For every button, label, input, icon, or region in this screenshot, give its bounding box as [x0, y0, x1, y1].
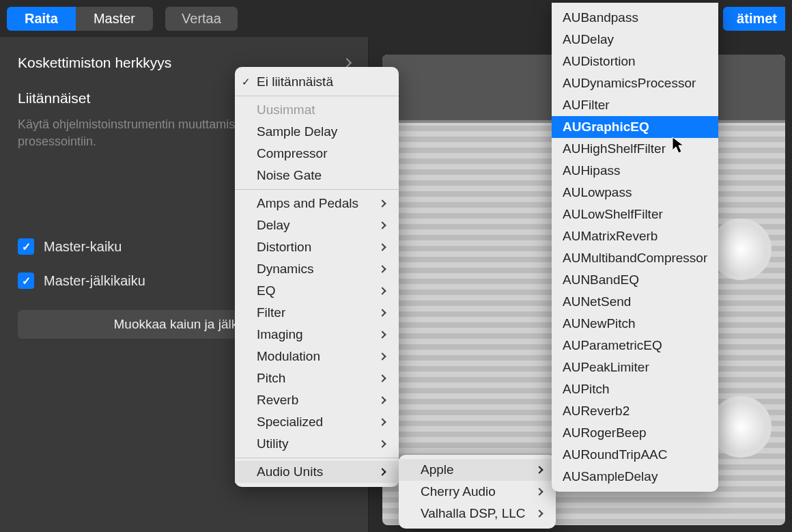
tab-raita[interactable]: Raita [7, 7, 76, 31]
menu-item-category[interactable]: Modulation [235, 346, 399, 367]
menu-item-label: AUMultibandCompressor [563, 251, 707, 266]
chevron-right-icon [378, 243, 386, 251]
menu-item-recent[interactable]: Noise Gate [235, 165, 399, 186]
menu-item-label: Specialized [257, 415, 323, 430]
menu-item-au-plugin[interactable]: AUMultibandCompressor [552, 247, 718, 269]
menu-item-label: Filter [257, 305, 285, 320]
menu-item-label: Delay [257, 218, 290, 233]
menu-item-audio-units[interactable]: Audio Units [235, 461, 399, 483]
menu-item-label: Apple [421, 462, 454, 477]
chevron-right-icon [535, 509, 543, 517]
controls-button[interactable]: ätimet [723, 7, 785, 31]
menu-item-label: Pitch [257, 371, 285, 386]
menu-item-au-plugin[interactable]: AUPeakLimiter [552, 356, 718, 378]
menu-item-label: Modulation [257, 349, 320, 364]
menu-item-label: Reverb [257, 393, 298, 408]
menu-item-label: AUGraphicEQ [563, 120, 649, 135]
menu-item-label: Distortion [257, 240, 311, 255]
chevron-right-icon [535, 466, 543, 473]
menu-item-label: AUParametricEQ [563, 338, 662, 353]
menu-item-category[interactable]: Specialized [235, 411, 399, 433]
master-echo-checkbox[interactable]: ✓ [18, 238, 34, 255]
menu-item-au-plugin[interactable]: AUMatrixReverb [552, 225, 718, 247]
menu-item-label: EQ [257, 283, 275, 298]
apple-au-menu: AUBandpassAUDelayAUDistortionAUDynamicsP… [552, 3, 718, 492]
menu-item-category[interactable]: Imaging [235, 324, 399, 346]
menu-item-no-plugin[interactable]: ✓ Ei liitännäistä [235, 71, 399, 93]
menu-item-category[interactable]: Reverb [235, 389, 399, 411]
compare-button[interactable]: Vertaa [165, 7, 238, 31]
menu-item-label: Audio Units [257, 464, 323, 479]
menu-item-au-plugin[interactable]: AUHipass [552, 160, 718, 182]
menu-item-au-plugin[interactable]: AUNetSend [552, 291, 718, 313]
menu-item-label: AUHighShelfFilter [563, 141, 666, 156]
chevron-right-icon [378, 265, 386, 272]
menu-item-au-plugin[interactable]: AUNewPitch [552, 313, 718, 335]
menu-item-label: Valhalla DSP, LLC [421, 506, 526, 521]
menu-item-au-plugin[interactable]: AUParametricEQ [552, 335, 718, 356]
menu-item-label: Amps and Pedals [257, 196, 358, 211]
track-master-segmented: Raita Master [7, 7, 153, 31]
menu-item-manufacturer[interactable]: Valhalla DSP, LLC [399, 503, 556, 524]
menu-item-label: AUDistortion [563, 54, 636, 69]
menu-item-label: AUSampleDelay [563, 469, 657, 484]
menu-item-manufacturer[interactable]: Apple [399, 459, 556, 481]
menu-item-label: AULowpass [563, 185, 632, 200]
chevron-right-icon [378, 309, 386, 316]
menu-item-au-plugin[interactable]: AURoundTripAAC [552, 444, 718, 466]
chevron-right-icon [378, 396, 386, 404]
menu-item-au-plugin[interactable]: AUDistortion [552, 51, 718, 72]
menu-item-category[interactable]: Utility [235, 433, 399, 455]
chevron-right-icon [378, 418, 386, 425]
menu-item-au-plugin[interactable]: AUNBandEQ [552, 269, 718, 291]
master-reverb-label: Master-jälkikaiku [44, 273, 145, 289]
master-echo-label: Master-kaiku [44, 239, 122, 255]
chevron-right-icon [535, 488, 543, 495]
menu-item-au-plugin[interactable]: AUGraphicEQ [552, 116, 718, 138]
menu-item-label: Compressor [257, 146, 327, 161]
tab-master[interactable]: Master [76, 7, 153, 31]
chevron-right-icon [378, 221, 386, 229]
menu-item-manufacturer[interactable]: Cherry Audio [399, 481, 556, 503]
menu-item-recent[interactable]: Sample Delay [235, 121, 399, 143]
menu-item-category[interactable]: Distortion [235, 236, 399, 258]
master-reverb-checkbox[interactable]: ✓ [18, 272, 34, 289]
knob-icon [710, 219, 772, 280]
menu-item-au-plugin[interactable]: AUReverb2 [552, 400, 718, 422]
menu-item-label: AURoundTripAAC [563, 447, 667, 462]
menu-item-label: Uusimmat [257, 102, 315, 117]
chevron-right-icon [378, 199, 386, 207]
menu-item-au-plugin[interactable]: AUDelay [552, 29, 718, 51]
menu-item-au-plugin[interactable]: AUFilter [552, 94, 718, 116]
menu-item-label: Imaging [257, 327, 303, 342]
menu-item-label: AUNBandEQ [563, 272, 639, 288]
menu-item-au-plugin[interactable]: AUHighShelfFilter [552, 138, 718, 160]
menu-item-au-plugin[interactable]: AUPitch [552, 378, 718, 400]
menu-item-label: Noise Gate [257, 168, 322, 183]
menu-item-label: AUReverb2 [563, 404, 630, 419]
chevron-right-icon [378, 287, 386, 294]
menu-item-label: AUMatrixReverb [563, 229, 657, 244]
menu-item-label: AUFilter [563, 98, 610, 113]
keyboard-sensitivity-label: Koskettimiston herkkyys [18, 55, 171, 71]
menu-item-label: Dynamics [257, 262, 313, 277]
menu-item-label: AUBandpass [563, 10, 638, 25]
menu-item-category[interactable]: Pitch [235, 367, 399, 389]
menu-item-label: Cherry Audio [421, 484, 496, 499]
menu-item-au-plugin[interactable]: AURogerBeep [552, 422, 718, 444]
menu-item-au-plugin[interactable]: AUBandpass [552, 7, 718, 29]
menu-item-label: AUNewPitch [563, 316, 636, 331]
menu-item-category[interactable]: Dynamics [235, 258, 399, 280]
knob-icon [710, 396, 772, 458]
menu-item-label: AURogerBeep [563, 425, 647, 440]
menu-item-category[interactable]: Filter [235, 302, 399, 324]
au-manufacturer-menu: AppleCherry AudioValhalla DSP, LLC [399, 455, 556, 529]
menu-item-au-plugin[interactable]: AUDynamicsProcessor [552, 72, 718, 94]
menu-item-recent[interactable]: Compressor [235, 143, 399, 165]
menu-item-au-plugin[interactable]: AULowpass [552, 182, 718, 204]
menu-item-category[interactable]: EQ [235, 280, 399, 302]
menu-item-au-plugin[interactable]: AUSampleDelay [552, 466, 718, 488]
menu-item-category[interactable]: Amps and Pedals [235, 193, 399, 214]
menu-item-category[interactable]: Delay [235, 214, 399, 236]
menu-item-au-plugin[interactable]: AULowShelfFilter [552, 204, 718, 225]
